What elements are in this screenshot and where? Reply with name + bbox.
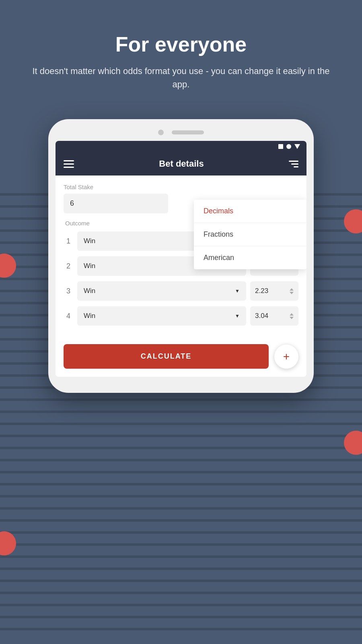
- bet-outcome-select-4[interactable]: Win ▼: [77, 306, 246, 326]
- odds-spinner-up[interactable]: [290, 313, 294, 316]
- bet-number: 1: [64, 237, 73, 246]
- bet-row: 3 Win ▼ 2.23: [64, 281, 298, 301]
- bet-outcome-value: Win: [84, 312, 95, 320]
- odds-spinner-down[interactable]: [290, 292, 294, 294]
- bet-number: 2: [64, 262, 73, 270]
- bet-odds-value: 3.04: [255, 312, 268, 320]
- status-dot-icon: [286, 144, 291, 149]
- bet-outcome-select-3[interactable]: Win ▼: [77, 281, 246, 301]
- filter-line: [289, 161, 298, 162]
- hamburger-menu-icon[interactable]: [64, 160, 74, 168]
- status-signal-icon: [294, 144, 300, 149]
- hamburger-line: [64, 160, 74, 161]
- page-title: For everyone: [32, 32, 330, 56]
- odds-spinner-down[interactable]: [290, 317, 294, 319]
- filter-line: [291, 163, 298, 165]
- phone-camera: [158, 130, 164, 135]
- odds-spinners: [290, 288, 294, 294]
- filter-icon[interactable]: [289, 161, 298, 167]
- calculate-button[interactable]: CALCULATE: [64, 344, 269, 369]
- status-square-icon: [278, 144, 283, 149]
- filter-line: [294, 166, 298, 167]
- odds-spinners: [290, 313, 294, 319]
- total-stake-input[interactable]: 6: [64, 194, 168, 213]
- dropdown-option-american[interactable]: American: [194, 246, 306, 269]
- navbar-title: Bet details: [159, 159, 204, 169]
- app-bottom-bar: CALCULATE +: [56, 338, 306, 377]
- bet-number: 3: [64, 287, 73, 295]
- app-screen: Bet details Total Stake 6 Outcome Decima…: [56, 141, 306, 377]
- hamburger-line: [64, 163, 74, 165]
- hamburger-line: [64, 167, 74, 168]
- phone-mockup: Bet details Total Stake 6 Outcome Decima…: [48, 119, 314, 393]
- bet-odds-value: 2.23: [255, 287, 268, 295]
- bet-outcome-value: Win: [84, 287, 95, 295]
- dropdown-option-fractions[interactable]: Fractions: [194, 223, 306, 246]
- status-bar: [56, 141, 306, 152]
- page-header: For everyone It doesn't matter which odd…: [0, 0, 362, 107]
- total-stake-label: Total Stake: [64, 184, 298, 190]
- odds-spinner-up[interactable]: [290, 288, 294, 291]
- add-bet-button[interactable]: +: [274, 345, 298, 369]
- bet-odds-input-4[interactable]: 3.04: [250, 306, 298, 326]
- bet-outcome-value: Win: [84, 237, 95, 245]
- dropdown-arrow-icon: ▼: [235, 288, 240, 294]
- bet-odds-input-3[interactable]: 2.23: [250, 281, 298, 301]
- bet-row: 4 Win ▼ 3.04: [64, 306, 298, 326]
- odds-format-dropdown[interactable]: Decimals Fractions American: [194, 200, 306, 269]
- app-content: Total Stake 6 Outcome Decimals Fractions…: [56, 175, 306, 338]
- dropdown-option-decimals[interactable]: Decimals: [194, 200, 306, 223]
- app-navbar: Bet details: [56, 152, 306, 175]
- bet-number: 4: [64, 312, 73, 320]
- phone-top-bar: [56, 126, 306, 141]
- page-subtitle: It doesn't matter which odds format you …: [32, 64, 330, 91]
- dropdown-arrow-icon: ▼: [235, 313, 240, 319]
- bet-outcome-value: Win: [84, 262, 95, 270]
- stake-value: 6: [70, 199, 74, 207]
- phone-speaker: [172, 130, 204, 134]
